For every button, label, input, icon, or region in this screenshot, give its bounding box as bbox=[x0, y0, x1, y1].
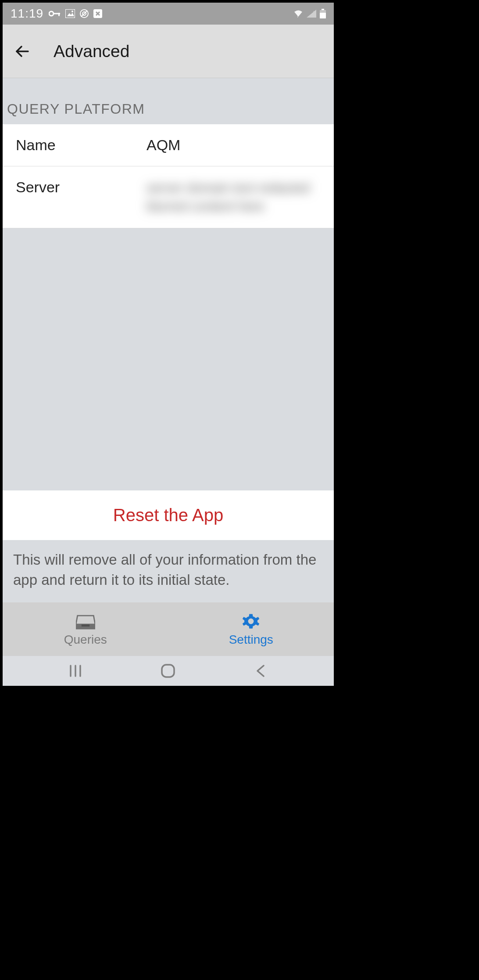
inbox-icon bbox=[76, 612, 95, 631]
back-button[interactable] bbox=[250, 662, 272, 680]
reset-description: This will remove all of your information… bbox=[3, 540, 334, 602]
recent-apps-button[interactable] bbox=[65, 662, 86, 680]
status-bar: 11:19 bbox=[3, 3, 334, 25]
nav-item-queries[interactable]: Queries bbox=[3, 602, 168, 656]
svg-rect-17 bbox=[320, 13, 326, 18]
setting-label: Name bbox=[16, 137, 143, 154]
svg-point-5 bbox=[71, 11, 73, 12]
system-nav bbox=[3, 656, 334, 686]
back-icon[interactable] bbox=[15, 43, 31, 59]
svg-text:↕: ↕ bbox=[297, 15, 299, 18]
nav-label: Queries bbox=[64, 633, 107, 647]
svg-point-0 bbox=[49, 11, 54, 16]
home-button[interactable] bbox=[157, 662, 179, 680]
section-header: QUERY PLATFORM bbox=[3, 78, 334, 124]
svg-rect-2 bbox=[58, 13, 60, 16]
svg-rect-24 bbox=[162, 665, 174, 677]
setting-row-name[interactable]: Name AQM bbox=[3, 124, 334, 166]
image-icon bbox=[65, 9, 75, 18]
wifi-icon: ↕ bbox=[293, 10, 303, 18]
nav-item-settings[interactable]: Settings bbox=[168, 602, 334, 656]
no-location-icon bbox=[79, 9, 89, 18]
battery-icon bbox=[320, 9, 326, 18]
svg-marker-4 bbox=[67, 13, 74, 16]
setting-value-redacted: server domain text redacted blurred cont… bbox=[147, 179, 321, 216]
svg-text:×: × bbox=[313, 10, 315, 14]
signal-icon: × bbox=[307, 10, 316, 18]
nav-label: Settings bbox=[229, 633, 273, 647]
setting-row-server[interactable]: Server server domain text redacted blurr… bbox=[3, 166, 334, 228]
key-icon bbox=[49, 10, 61, 17]
header: Advanced bbox=[3, 25, 334, 78]
svg-rect-15 bbox=[322, 9, 324, 10]
page-title: Advanced bbox=[54, 42, 129, 61]
reset-app-button[interactable]: Reset the App bbox=[3, 490, 334, 540]
setting-label: Server bbox=[16, 179, 143, 196]
gear-icon bbox=[241, 612, 261, 631]
close-box-icon bbox=[93, 9, 102, 18]
setting-value: AQM bbox=[147, 137, 321, 154]
svg-rect-3 bbox=[65, 9, 75, 18]
svg-rect-20 bbox=[82, 624, 89, 627]
content-area: QUERY PLATFORM Name AQM Server server do… bbox=[3, 78, 334, 602]
status-time: 11:19 bbox=[11, 7, 43, 21]
bottom-nav: Queries Settings bbox=[3, 602, 334, 656]
